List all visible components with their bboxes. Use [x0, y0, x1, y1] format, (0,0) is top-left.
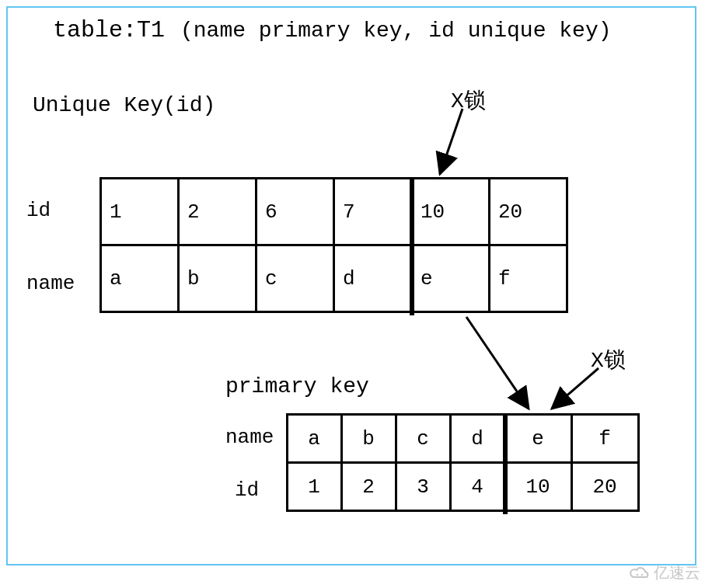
table2-cell: 4 [451, 463, 505, 511]
table1-cell: 20 [490, 179, 567, 245]
svg-line-2 [552, 368, 599, 409]
table1-cell: 7 [334, 179, 412, 245]
table1-highlight-left [410, 177, 414, 315]
svg-point-4 [641, 573, 643, 575]
arrow-top [420, 109, 482, 183]
table1-cell: 10 [412, 179, 490, 245]
cloud-icon [629, 565, 651, 581]
table1-cell: 2 [179, 179, 257, 245]
table1-rowlabel-name: name [26, 272, 75, 295]
table2-cell: e [505, 415, 572, 463]
table2-cell: a [288, 415, 342, 463]
table2-rowlabel-name: name [225, 426, 274, 449]
primary-key-label: primary key [225, 374, 369, 398]
svg-point-3 [637, 573, 638, 575]
svg-line-0 [440, 109, 462, 174]
table-title-prefix: table:T1 [53, 17, 165, 43]
table2-cell: c [396, 415, 451, 463]
table1-rowlabel-id: id [26, 199, 51, 222]
primary-key-table: abcdef12341020 [286, 413, 640, 512]
svg-line-1 [466, 317, 529, 409]
table2-cell: 20 [572, 463, 639, 511]
table2-cell: f [572, 415, 639, 463]
watermark: 亿速云 [629, 562, 700, 583]
page: table:T1 (name primary key, id unique ke… [0, 0, 705, 588]
table1-cell: d [334, 245, 412, 312]
table2-cell: b [342, 415, 396, 463]
table2-cell: 1 [288, 463, 342, 511]
table1-cell: 1 [101, 179, 179, 245]
table2-cell: 3 [396, 463, 451, 511]
table1-cell: b [179, 245, 257, 312]
arrow-bottom-group [466, 317, 622, 418]
unique-key-table: 12671020abcdef [99, 177, 568, 313]
table2-cell: d [451, 415, 505, 463]
table1-cell: 6 [257, 179, 334, 245]
table2-highlight-left [503, 413, 508, 514]
table1-cell: a [101, 245, 179, 312]
table1-cell: e [412, 245, 490, 312]
watermark-text: 亿速云 [654, 562, 700, 583]
unique-key-label: Unique Key(id) [33, 93, 215, 117]
table-title-suffix: (name primary key, id unique key) [180, 19, 612, 43]
table2-cell: 2 [342, 463, 396, 511]
table1-cell: c [257, 245, 334, 312]
table2-cell: 10 [505, 463, 572, 511]
table1-cell: f [490, 245, 567, 312]
table2-rowlabel-id: id [235, 478, 259, 502]
